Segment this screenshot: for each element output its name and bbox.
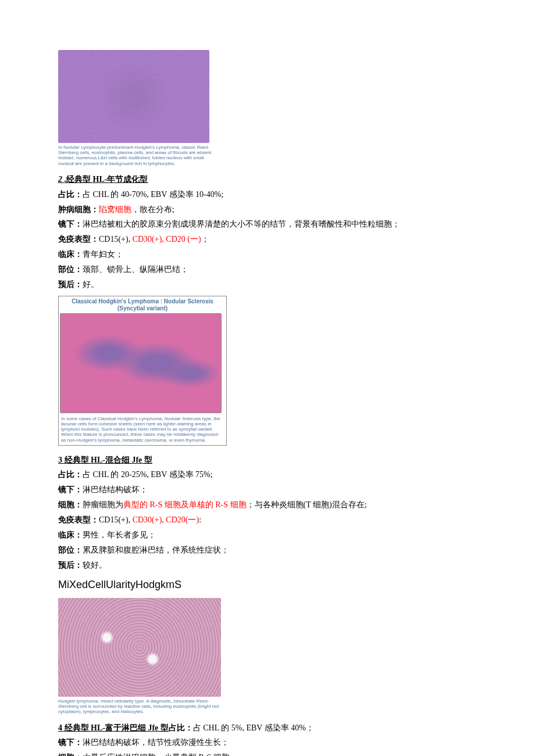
sec3-line-prognosis: 预后：较好。 [58, 558, 477, 573]
sec2-line-immuno: 免疫表型：CD15(+), CD30(+), CD20 (一)； [58, 232, 477, 247]
sec3-line-site: 部位：累及脾脏和腹腔淋巴结，伴系统性症状； [58, 543, 477, 558]
sec2-line-ratio: 占比：占 CHL 的 40-70%, EBV 感染率 10-40%; [58, 187, 477, 202]
figure-3-caption: Hodgkin lymphoma, mixed cellularity type… [58, 698, 221, 715]
sec3-line-clinical: 临床：男性，年长者多见； [58, 528, 477, 543]
figure-1-image [58, 50, 209, 143]
figure-2-frame: Classical Hodgkin's Lymphoma : Nodular S… [58, 296, 227, 446]
sec3-headline: MiXedCellUlarityHodgkmS [58, 575, 477, 594]
section-4-heading: 4 经典型 HL-富于淋巴细 Jfe 型占比：占 CHL 的 5%, EBV 感… [58, 721, 477, 736]
sec3-line-micro: 镜下：淋巴结结构破坏； [58, 482, 477, 497]
figure-2: Classical Hodgkin's Lymphoma : Nodular S… [58, 296, 477, 447]
figure-3-image [58, 598, 221, 697]
sec2-line-site: 部位：颈部、锁骨上、纵隔淋巴结； [58, 262, 477, 277]
section-2-num: 2 [58, 175, 65, 184]
section-2-heading: 2 .经典型 HL-年节成化型 [58, 172, 477, 187]
section-3-heading: 3 经典型 HL-混合细 Jfe 型 [58, 453, 477, 468]
figure-2-image [60, 313, 222, 413]
figure-1: In Nodular Lymphocyte-predominant Hodgki… [58, 50, 477, 166]
sec3-line-cells: 细胞：肿瘤细胞为典型的 R-S 细胞及单核的 R-S 细胞；与各种炎细胞(T 细… [58, 497, 477, 513]
figure-2-caption: In some cases of Classical Hodgkin's Lym… [59, 415, 226, 445]
section-2-title: .经典型 HL-年节成化型 [65, 175, 148, 184]
figure-3: Hodgkin lymphoma, mixed cellularity type… [58, 598, 477, 715]
figure-2-title: Classical Hodgkin's Lymphoma : Nodular S… [59, 296, 226, 312]
sec4-line-micro: 镜下：淋巴结结构破坏，结节性或弥漫性生长； [58, 735, 477, 750]
sec3-line-ratio: 占比：占 CHL 的 20-25%, EBV 感染率 75%; [58, 467, 477, 482]
sec2-line-prognosis: 预后：好。 [58, 277, 477, 292]
figure-1-caption: In Nodular Lymphocyte-predominant Hodgki… [58, 145, 221, 166]
sec4-line-cells: 细胞：大量反应性淋巴细胞；少量典型 R-S 细胞； [58, 750, 477, 756]
sec3-line-immuno: 免疫表型：CD15(+), CD30(+), CD20(一): [58, 513, 477, 528]
sec2-line-cells: 肿病细胞：陷窝细胞，散在分布; [58, 202, 477, 217]
sec2-line-micro: 镜下：淋巴结被粗大的胶原束分割成境界清楚的大小不等的结节，背景有嗜酸性和中性粒细… [58, 217, 477, 232]
sec2-line-clinical: 临床：青年妇女； [58, 247, 477, 262]
